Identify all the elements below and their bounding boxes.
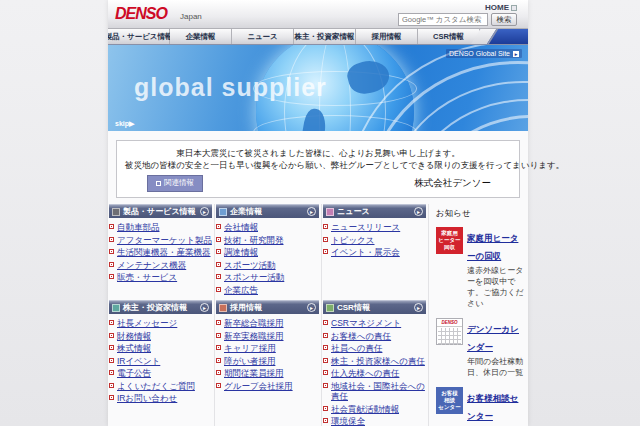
link-item: よくいただくご質問 (109, 381, 212, 392)
skip-link[interactable]: skip▶ (115, 120, 134, 128)
section-link[interactable]: 社員への責任 (331, 343, 382, 354)
section-link[interactable]: 新卒実務職採用 (224, 331, 284, 342)
section-link[interactable]: スポンサー活動 (224, 272, 284, 283)
red-square-bullet-icon (109, 383, 114, 388)
link-item: 生活関連機器・産業機器 (109, 247, 212, 258)
link-item: グループ会社採用 (216, 381, 319, 392)
red-square-bullet-icon (216, 274, 221, 279)
red-square-bullet-icon (323, 418, 328, 423)
section-arrow-icon[interactable]: ▸ (200, 207, 209, 216)
section-link[interactable]: 障がい者採用 (224, 356, 275, 367)
red-square-bullet-icon (216, 333, 221, 338)
section-link[interactable]: よくいただくご質問 (117, 381, 195, 392)
section-title: 製品・サービス情報 (123, 206, 197, 217)
red-square-bullet-icon (216, 237, 221, 242)
section-link[interactable]: 環境保全 (331, 416, 365, 426)
investors-icon (112, 304, 120, 312)
calendar-link[interactable]: デンソーカレンダー (467, 324, 519, 352)
section-link[interactable]: メンテナンス機器 (117, 260, 186, 271)
red-square-bullet-icon (216, 262, 221, 267)
section-link[interactable]: CSRマネジメント (331, 318, 401, 329)
link-item: 販売・サービス (109, 272, 212, 283)
section-link[interactable]: 社長メッセージ (117, 318, 177, 329)
section-link[interactable]: ニュースリリース (331, 222, 400, 233)
red-square-bullet-icon (109, 320, 114, 325)
section-link[interactable]: 株式情報 (117, 343, 151, 354)
section-arrow-icon[interactable]: ▸ (307, 207, 316, 216)
section-link[interactable]: 会社情報 (224, 222, 258, 233)
search-input[interactable] (398, 13, 488, 26)
section-link[interactable]: 株主・投資家様への責任 (331, 356, 425, 367)
nav-tab-4[interactable]: 株主・投資家情報 (294, 29, 356, 44)
nav-tab-5[interactable]: 採用情報 (356, 29, 418, 44)
nav-tab-6[interactable]: CSR情報 (418, 29, 480, 44)
logo-region-label: Japan (180, 12, 202, 21)
heater-recall-link[interactable]: 家庭用ヒーターの回収 (467, 233, 518, 261)
section-link[interactable]: キャリア採用 (224, 343, 276, 354)
section-link[interactable]: 調達情報 (224, 247, 258, 258)
company-signature: 株式会社デンソー (414, 177, 491, 190)
red-square-bullet-icon (109, 274, 114, 279)
section-link[interactable]: 財務情報 (117, 331, 151, 342)
link-item: 株主・投資家様への責任 (323, 356, 426, 367)
section-arrow-icon[interactable]: ▸ (307, 303, 316, 312)
notice-line-1: 東日本大震災にて被災されました皆様に、心よりお見舞い申し上げます。 (125, 148, 511, 160)
section-recruit: 採用情報 ▸ 新卒総合職採用新卒実務職採用キャリア採用障がい者採用期間従業員採用… (216, 300, 319, 391)
nav-tab-1[interactable]: 製品・サービス情報 (108, 29, 170, 44)
red-square-bullet-icon (216, 345, 221, 350)
red-square-bullet-icon (323, 224, 328, 229)
link-item: 環境保全 (323, 416, 426, 426)
news-icon (326, 208, 334, 216)
red-square-bullet-icon (216, 370, 221, 375)
red-square-bullet-icon (216, 287, 221, 292)
support-center-icon[interactable]: お客様 相談 センター (436, 387, 463, 414)
section-link[interactable]: 販売・サービス (117, 272, 177, 283)
section-arrow-icon[interactable]: ▸ (200, 303, 209, 312)
section-link[interactable]: 技術・研究開発 (224, 235, 284, 246)
section-link[interactable]: IRお問い合わせ (117, 393, 177, 404)
section-link[interactable]: 仕入先様への責任 (331, 368, 399, 379)
section-link[interactable]: お客様への責任 (331, 331, 391, 342)
section-link[interactable]: スポーツ活動 (224, 260, 276, 271)
section-arrow-icon[interactable]: ▸ (414, 207, 423, 216)
section-link[interactable]: 生活関連機器・産業機器 (117, 247, 211, 258)
nav-tab-3[interactable]: ニュース (232, 29, 294, 44)
section-link[interactable]: アフターマーケット製品 (117, 235, 212, 246)
search-button[interactable]: 検索 (491, 13, 517, 26)
main-link-area: 製品・サービス情報 ▸ 自動車部品アフターマーケット製品生活関連機器・産業機器メ… (108, 204, 528, 426)
global-site-link[interactable]: DENSO Global Site ▸ (446, 49, 522, 58)
red-square-bullet-icon (323, 320, 328, 325)
section-arrow-icon[interactable]: ▸ (414, 303, 423, 312)
support-center-link[interactable]: お客様相談センター (467, 393, 518, 421)
home-link[interactable]: HOME (485, 3, 517, 12)
section-link[interactable]: 自動車部品 (117, 222, 160, 233)
section-link[interactable]: 期間従業員採用 (224, 368, 284, 379)
section-link[interactable]: トピックス (331, 235, 375, 246)
section-link[interactable]: 新卒総合職採用 (224, 318, 284, 329)
link-item: 新卒実務職採用 (216, 331, 319, 342)
calendar-desc: 年間の会社稼動日、休日の一覧 (467, 356, 526, 378)
banner-headline: global supplier (134, 73, 327, 102)
link-item: 障がい者採用 (216, 356, 319, 367)
link-item: IRイベント (109, 356, 212, 367)
section-news: ニュース ▸ ニュースリリーストピックスイベント・展示会 (323, 204, 426, 296)
heater-recall-icon[interactable]: 家庭用 ヒーター 回収 (436, 227, 463, 254)
red-square-bullet-icon (109, 249, 114, 254)
section-link[interactable]: 地域社会・国際社会への責任 (331, 381, 426, 402)
section-link[interactable]: グループ会社採用 (224, 381, 293, 392)
section-link[interactable]: イベント・展示会 (331, 247, 400, 258)
link-item: スポンサー活動 (216, 272, 319, 283)
section-link[interactable]: 企業広告 (224, 285, 258, 296)
link-square-icon (156, 181, 161, 186)
page: DENSO Japan HOME 検索 製品・サービス情報企業情報ニュース株主・… (0, 0, 640, 426)
section-link[interactable]: IRイベント (117, 356, 160, 367)
section-link[interactable]: 社会貢献活動情報 (331, 404, 399, 415)
external-link-icon: ▸ (513, 51, 519, 57)
red-square-bullet-icon (216, 224, 221, 229)
section-link[interactable]: 電子公告 (117, 368, 151, 379)
link-item: スポーツ活動 (216, 260, 319, 271)
red-square-bullet-icon (216, 249, 221, 254)
calendar-icon[interactable]: DENSO (436, 318, 463, 345)
nav-tab-2[interactable]: 企業情報 (170, 29, 232, 44)
related-info-button[interactable]: 関連情報 (147, 175, 203, 192)
